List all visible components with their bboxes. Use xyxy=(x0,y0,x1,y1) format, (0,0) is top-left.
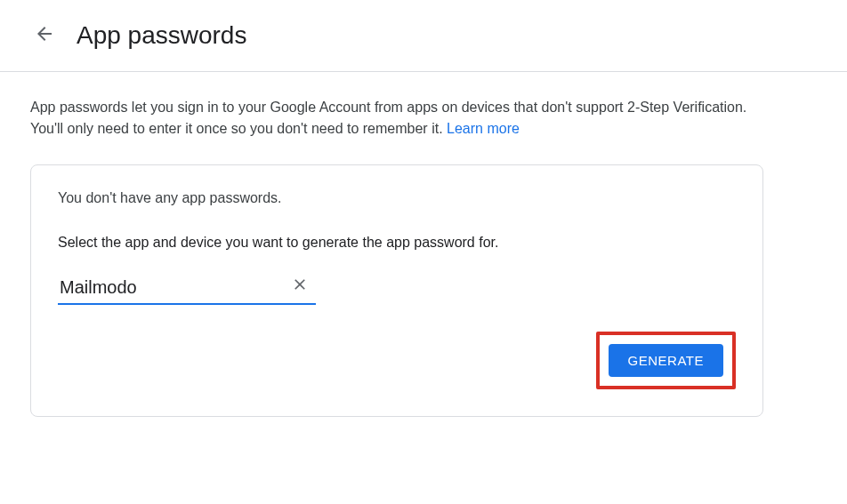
action-row: GENERATE xyxy=(58,332,736,389)
generate-button[interactable]: GENERATE xyxy=(609,344,723,377)
input-row xyxy=(58,274,736,305)
input-wrapper xyxy=(58,274,316,305)
app-name-input[interactable] xyxy=(58,274,316,305)
empty-passwords-message: You don't have any app passwords. xyxy=(58,190,736,206)
description-body: App passwords let you sign in to your Go… xyxy=(30,100,746,136)
highlight-annotation: GENERATE xyxy=(596,332,736,389)
content-area: App passwords let you sign in to your Go… xyxy=(0,72,801,442)
close-icon xyxy=(291,281,309,296)
app-passwords-card: You don't have any app passwords. Select… xyxy=(30,164,763,417)
select-instruction: Select the app and device you want to ge… xyxy=(58,235,736,251)
learn-more-link[interactable]: Learn more xyxy=(447,121,520,136)
clear-input-button[interactable] xyxy=(291,276,309,297)
back-button[interactable] xyxy=(27,18,62,53)
page-title: App passwords xyxy=(77,21,246,50)
description-text: App passwords let you sign in to your Go… xyxy=(30,97,770,140)
arrow-left-icon xyxy=(34,23,55,48)
page-header: App passwords xyxy=(0,0,847,72)
